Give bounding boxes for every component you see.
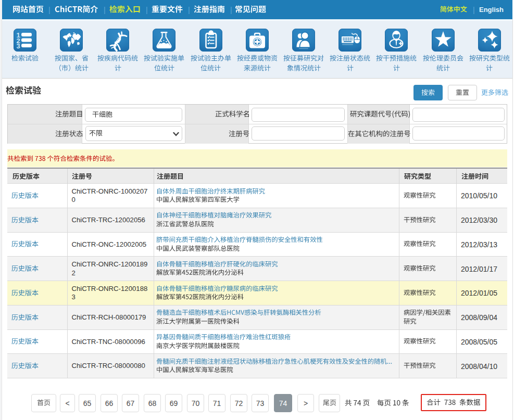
svg-text:3: 3	[16, 42, 20, 50]
